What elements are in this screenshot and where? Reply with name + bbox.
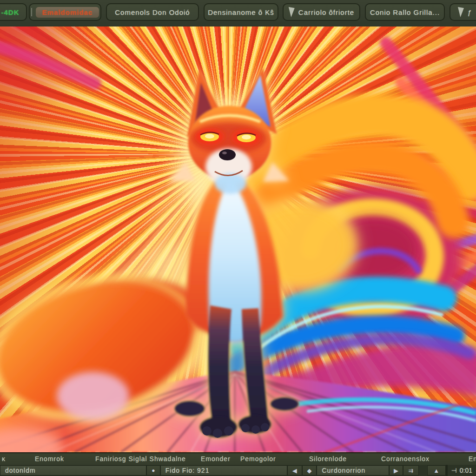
menu-item-corranoenslox[interactable]: Corranoenslox <box>381 455 430 463</box>
fast-forward-button[interactable]: ⇉ <box>403 465 419 476</box>
menu-item-en-partial[interactable]: En <box>469 455 476 463</box>
menu-item-emonder[interactable]: Emonder <box>201 455 231 463</box>
artwork-canvas <box>0 26 476 452</box>
menu-item-pemogolor[interactable]: Pemogolor <box>240 455 276 463</box>
marker-icon: ◆ <box>307 467 312 474</box>
time-value: 0:01 <box>460 467 472 474</box>
tab-active-label: Emaldomidac <box>36 7 99 18</box>
tab-conio-label: Conio Rallo Grilla... <box>370 8 440 16</box>
mode-field[interactable]: Curdonorrion <box>317 465 389 476</box>
record-button[interactable]: ● <box>146 465 160 476</box>
menu-item-enomrok[interactable]: Enomrok <box>35 455 64 463</box>
tab-densinanome-label: Densinanome ô Kŝ <box>208 8 274 16</box>
flag-icon <box>289 7 295 17</box>
record-icon: ● <box>152 467 155 474</box>
tab-densinanome[interactable]: Densinanome ô Kŝ <box>204 3 278 21</box>
up-icon: ▲ <box>433 467 439 474</box>
status-bar: dotonldm ● Fido Fio: 921 ◀ ◆ Curdonorrio… <box>0 465 476 476</box>
back-button[interactable]: ◀ <box>287 465 302 476</box>
play-icon: ▶ <box>394 467 398 474</box>
tab-overflow-label: ƒ <box>468 8 472 16</box>
menu-item-partial[interactable]: ĸ <box>2 455 6 463</box>
tab-active[interactable]: Emaldomidac <box>29 3 101 21</box>
frame-field[interactable]: Fido Fio: 921 <box>160 465 287 476</box>
time-display: ⊣ 0:01 <box>448 467 476 474</box>
fast-forward-icon: ⇉ <box>408 467 413 474</box>
tab-divider <box>31 8 32 16</box>
time-icon: ⊣ <box>451 467 457 474</box>
play-button[interactable]: ▶ <box>389 465 403 476</box>
status-left-field[interactable]: dotonldm <box>0 465 146 476</box>
tab-home-label: -4DK <box>1 8 19 16</box>
status-left-text: dotonldm <box>5 467 36 474</box>
tab-home[interactable]: -4DK <box>0 3 27 21</box>
tab-carriolo-label: Carriolo ôfriorte <box>298 8 354 16</box>
frame-text: Fido Fio: 921 <box>165 467 210 474</box>
up-button[interactable]: ▲ <box>427 465 446 476</box>
mode-text: Curdonorrion <box>322 467 365 474</box>
flag-icon <box>458 7 464 17</box>
tab-comenols-label: Comenols Don Odoió <box>115 8 190 16</box>
tab-overflow[interactable]: ƒ <box>450 3 476 21</box>
back-icon: ◀ <box>292 467 297 474</box>
tab-bar: -4DK Emaldomidac Comenols Don Odoió Dens… <box>0 0 476 28</box>
bottom-menu-bar: ĸ Enomrok Faniriosg Siglal Shwadalne Emo… <box>0 452 476 465</box>
tab-conio[interactable]: Conio Rallo Grilla... <box>365 3 445 21</box>
app-window: -4DK Emaldomidac Comenols Don Odoió Dens… <box>0 0 476 476</box>
image-viewport[interactable] <box>0 26 476 452</box>
tab-comenols[interactable]: Comenols Don Odoió <box>106 3 199 21</box>
marker-button[interactable]: ◆ <box>302 465 317 476</box>
menu-item-faniriosg[interactable]: Faniriosg Siglal Shwadalne <box>95 455 186 463</box>
tab-carriolo[interactable]: Carriolo ôfriorte <box>283 3 360 21</box>
menu-item-silorenlode[interactable]: Silorenlode <box>309 455 347 463</box>
